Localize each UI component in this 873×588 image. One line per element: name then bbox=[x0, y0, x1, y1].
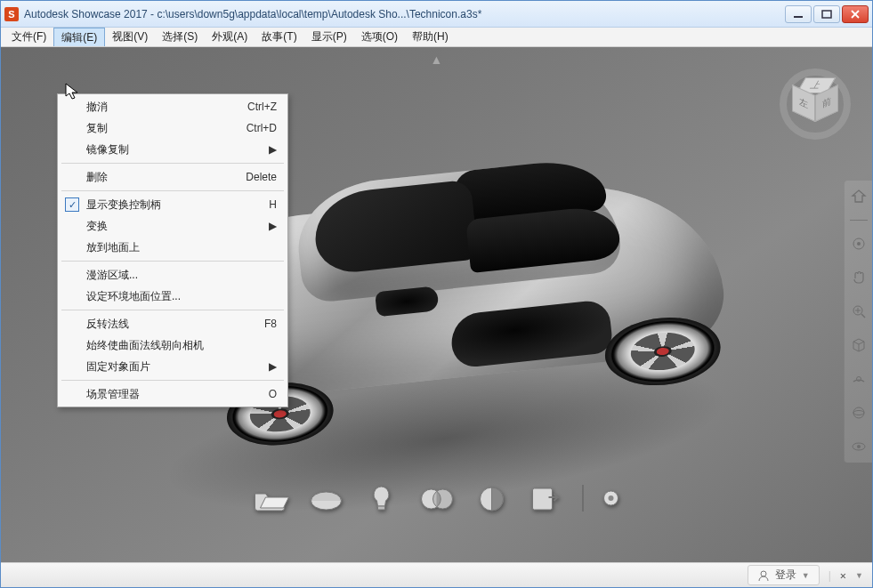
menu-delete-shortcut: Delete bbox=[246, 171, 277, 183]
svg-point-13 bbox=[856, 377, 861, 382]
compare-icon[interactable] bbox=[472, 482, 511, 514]
login-label: 登录 bbox=[775, 568, 796, 583]
menu-mirror-duplicate[interactable]: 镜像复制▶ bbox=[60, 139, 286, 160]
env-icon[interactable] bbox=[306, 482, 345, 514]
menu-delete[interactable]: 删除Delete bbox=[60, 166, 286, 188]
menu-appearance[interactable]: 外观(A) bbox=[205, 28, 255, 46]
svg-rect-1 bbox=[822, 11, 831, 18]
close-button[interactable] bbox=[842, 5, 869, 23]
menubar: 文件(F) 编辑(E) 视图(V) 选择(S) 外观(A) 故事(T) 显示(P… bbox=[1, 28, 872, 47]
menu-scene-manager-label: 场景管理器 bbox=[86, 387, 269, 402]
menu-walk-zone-label: 漫游区域... bbox=[86, 268, 277, 283]
menu-delete-label: 删除 bbox=[86, 170, 246, 185]
menu-undo-shortcut: Ctrl+Z bbox=[247, 101, 277, 113]
light-icon[interactable] bbox=[361, 482, 400, 514]
menu-transform-label: 变换 bbox=[86, 219, 269, 234]
app-window: S Autodesk Showcase 2017 - c:\users\down… bbox=[0, 0, 873, 588]
export-icon[interactable] bbox=[527, 482, 566, 514]
menu-separator bbox=[61, 163, 284, 164]
menu-duplicate[interactable]: 复制Ctrl+D bbox=[60, 117, 286, 139]
dropdown-arrow-icon[interactable]: ▼ bbox=[855, 571, 863, 580]
viewcube-cube[interactable]: 上 左 前 bbox=[792, 77, 838, 120]
svg-line-8 bbox=[861, 314, 865, 318]
menu-help[interactable]: 帮助(H) bbox=[405, 28, 456, 46]
status-close-icon[interactable]: ✕ bbox=[840, 569, 846, 582]
user-icon bbox=[757, 569, 770, 582]
statusbar: 登录 ▼ | ✕ ▼ bbox=[1, 562, 872, 587]
menu-scene-manager[interactable]: 场景管理器O bbox=[60, 383, 286, 405]
cube-icon[interactable] bbox=[848, 334, 869, 356]
menu-fix-patches-label: 固定对象面片 bbox=[86, 359, 269, 375]
target-icon[interactable] bbox=[848, 233, 869, 254]
menu-place-on-ground-label: 放到地面上 bbox=[86, 240, 277, 255]
menu-separator bbox=[61, 310, 284, 310]
menu-walk-zone[interactable]: 漫游区域... bbox=[60, 264, 286, 286]
menu-fix-patches[interactable]: 固定对象面片▶ bbox=[60, 356, 286, 377]
menu-undo[interactable]: 撤消Ctrl+Z bbox=[60, 96, 286, 117]
menu-normals-face-camera[interactable]: 始终使曲面法线朝向相机 bbox=[60, 334, 286, 356]
status-separator: | bbox=[829, 569, 831, 582]
menu-set-ground-position-label: 设定环境地面位置... bbox=[86, 289, 277, 304]
menu-place-on-ground[interactable]: 放到地面上 bbox=[60, 237, 286, 258]
menu-show-transform-handles[interactable]: ✓显示变换控制柄H bbox=[60, 194, 286, 215]
toolbar-separator bbox=[582, 485, 583, 511]
menu-separator bbox=[61, 190, 284, 191]
hand-icon[interactable] bbox=[848, 267, 869, 288]
window-title: Autodesk Showcase 2017 - c:\users\down5g… bbox=[24, 8, 783, 20]
maximize-button[interactable] bbox=[813, 5, 840, 23]
svg-point-15 bbox=[853, 411, 864, 415]
menu-duplicate-label: 复制 bbox=[86, 121, 247, 136]
menu-show-transform-label: 显示变换控制柄 bbox=[86, 197, 269, 213]
menu-options[interactable]: 选项(O) bbox=[354, 28, 405, 46]
viewport[interactable]: ▲ 上 左 前 bbox=[1, 47, 872, 562]
app-icon: S bbox=[4, 7, 19, 21]
svg-point-21 bbox=[432, 489, 452, 509]
zoom-plus-icon[interactable] bbox=[848, 301, 869, 322]
menu-scene-manager-shortcut: O bbox=[269, 388, 277, 400]
menu-flip-normals[interactable]: 反转法线F8 bbox=[60, 313, 286, 334]
submenu-arrow-icon: ▶ bbox=[269, 220, 277, 232]
material-icon[interactable] bbox=[416, 482, 456, 514]
menu-flip-normals-label: 反转法线 bbox=[86, 317, 264, 332]
navigation-bar bbox=[844, 181, 872, 463]
menu-undo-label: 撤消 bbox=[86, 100, 247, 115]
titlebar: S Autodesk Showcase 2017 - c:\users\down… bbox=[1, 1, 872, 28]
svg-rect-23 bbox=[532, 488, 552, 510]
menu-display[interactable]: 显示(P) bbox=[304, 28, 354, 46]
orbit-full-icon[interactable] bbox=[848, 402, 869, 423]
window-buttons bbox=[783, 5, 869, 23]
login-button[interactable]: 登录 ▼ bbox=[748, 565, 820, 585]
svg-point-27 bbox=[761, 571, 766, 576]
submenu-arrow-icon: ▶ bbox=[269, 143, 277, 156]
menu-separator bbox=[61, 380, 284, 381]
menu-duplicate-shortcut: Ctrl+D bbox=[247, 122, 277, 134]
svg-marker-4 bbox=[853, 190, 865, 202]
edit-menu-dropdown: 撤消Ctrl+Z 复制Ctrl+D 镜像复制▶ 删除Delete ✓显示变换控制… bbox=[57, 93, 288, 407]
settings-gear-icon[interactable] bbox=[599, 482, 622, 514]
menu-file[interactable]: 文件(F) bbox=[4, 28, 53, 46]
menu-normals-face-camera-label: 始终使曲面法线朝向相机 bbox=[86, 338, 277, 353]
svg-point-14 bbox=[853, 407, 864, 418]
home-icon[interactable] bbox=[848, 186, 869, 207]
menu-separator bbox=[61, 261, 284, 262]
menu-mirror-duplicate-label: 镜像复制 bbox=[86, 142, 269, 157]
menu-story[interactable]: 故事(T) bbox=[255, 28, 303, 46]
dropdown-arrow-icon: ▼ bbox=[802, 571, 810, 580]
orbit-arc-icon[interactable] bbox=[848, 368, 869, 390]
eye-icon[interactable] bbox=[848, 436, 869, 457]
menu-select[interactable]: 选择(S) bbox=[155, 28, 205, 46]
check-icon: ✓ bbox=[65, 197, 79, 212]
viewcube[interactable]: 上 左 前 bbox=[780, 68, 851, 140]
svg-point-17 bbox=[857, 445, 861, 448]
expand-top-icon[interactable]: ▲ bbox=[431, 52, 443, 67]
open-icon[interactable] bbox=[251, 482, 290, 514]
minimize-button[interactable] bbox=[785, 5, 812, 23]
menu-transform[interactable]: 变换▶ bbox=[60, 215, 286, 237]
menu-edit[interactable]: 编辑(E) bbox=[53, 28, 105, 46]
menu-view[interactable]: 视图(V) bbox=[105, 28, 155, 46]
menu-show-transform-shortcut: H bbox=[269, 198, 277, 211]
menu-set-ground-position[interactable]: 设定环境地面位置... bbox=[60, 286, 286, 307]
nav-separator bbox=[850, 220, 868, 221]
menu-flip-normals-shortcut: F8 bbox=[264, 318, 277, 330]
bottom-toolbar bbox=[244, 477, 629, 520]
